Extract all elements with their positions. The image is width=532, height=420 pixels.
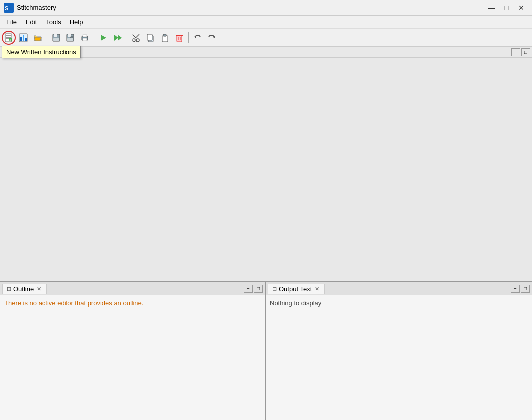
- app-icon: S: [4, 3, 14, 13]
- outline-panel: ⊞ Outline ✕ − □ There is no active edito…: [0, 282, 266, 420]
- output-tab-close[interactable]: ✕: [314, 286, 320, 292]
- menu-edit[interactable]: Edit: [21, 17, 41, 27]
- print-icon: [80, 33, 89, 42]
- svg-rect-11: [25, 38, 27, 41]
- new-written-instructions-button[interactable]: +: [2, 31, 16, 45]
- output-minimize-button[interactable]: −: [511, 285, 520, 293]
- outline-tab-bar: ⊞ Outline ✕ − □: [0, 282, 265, 295]
- open-button[interactable]: [31, 31, 45, 45]
- svg-point-25: [133, 39, 135, 42]
- menu-help[interactable]: Help: [66, 17, 88, 27]
- paste-icon: [160, 33, 169, 42]
- svg-text:S: S: [5, 5, 8, 11]
- save-as-icon: As: [66, 33, 75, 42]
- save-as-button[interactable]: As: [64, 31, 77, 45]
- undo-icon: [193, 33, 202, 42]
- output-tab[interactable]: ⊟ Output Text ✕: [268, 284, 325, 294]
- menu-bar: File Edit Tools Help: [0, 16, 532, 29]
- svg-rect-31: [162, 36, 168, 42]
- title-bar-controls: — □ ✕: [484, 2, 528, 13]
- save-button[interactable]: [49, 31, 63, 45]
- svg-rect-10: [23, 35, 24, 41]
- menu-tools[interactable]: Tools: [41, 17, 65, 27]
- svg-line-27: [133, 34, 136, 38]
- run-all-icon: [113, 33, 122, 42]
- copy-button[interactable]: [143, 31, 157, 45]
- svg-text:+: +: [10, 38, 12, 41]
- cut-icon: [132, 33, 140, 42]
- svg-marker-23: [114, 35, 118, 41]
- svg-line-28: [136, 34, 139, 38]
- new-chart-icon: [19, 33, 28, 42]
- svg-rect-13: [54, 34, 57, 37]
- main-maximize-button[interactable]: □: [521, 48, 530, 56]
- minimize-button[interactable]: —: [484, 2, 498, 13]
- new-chart-button[interactable]: [16, 31, 30, 45]
- outline-message: There is no active editor that provides …: [4, 299, 143, 307]
- svg-rect-32: [163, 34, 166, 36]
- main-content-area: [0, 58, 532, 281]
- svg-rect-30: [147, 34, 152, 40]
- outline-tab-label: Outline: [13, 285, 34, 293]
- svg-rect-9: [20, 37, 22, 41]
- separator-3: [127, 32, 127, 43]
- output-maximize-button[interactable]: □: [521, 285, 530, 293]
- svg-point-26: [136, 39, 139, 42]
- outline-tab-icon: ⊞: [7, 286, 11, 292]
- svg-rect-20: [83, 38, 87, 41]
- run-all-button[interactable]: [111, 31, 125, 45]
- paste-button[interactable]: [158, 31, 172, 45]
- redo-icon: [207, 33, 216, 42]
- outline-minimize-button[interactable]: −: [244, 285, 253, 293]
- run-button[interactable]: [96, 31, 110, 45]
- delete-icon: [175, 33, 184, 42]
- app-title: Stitchmastery: [17, 4, 56, 11]
- run-icon: [99, 33, 108, 42]
- save-icon: [52, 33, 61, 42]
- cut-button[interactable]: [129, 31, 143, 45]
- separator-4: [188, 32, 189, 43]
- outline-tab[interactable]: ⊞ Outline ✕: [2, 284, 47, 294]
- undo-button[interactable]: [191, 31, 204, 45]
- outline-tab-close[interactable]: ✕: [36, 286, 42, 292]
- svg-rect-33: [177, 36, 182, 42]
- svg-marker-24: [118, 35, 122, 41]
- svg-rect-34: [176, 35, 183, 36]
- output-panel: ⊟ Output Text ✕ − □ Nothing to display: [266, 282, 532, 420]
- svg-rect-21: [83, 35, 87, 37]
- bottom-panels: ⊞ Outline ✕ − □ There is no active edito…: [0, 281, 532, 420]
- print-button[interactable]: [78, 31, 92, 45]
- outline-content: There is no active editor that provides …: [0, 295, 265, 420]
- outline-tab-controls: − □: [244, 285, 263, 293]
- output-tab-label: Output Text: [279, 285, 312, 293]
- main-minimize-button[interactable]: −: [511, 48, 520, 56]
- main-area: − □: [0, 47, 532, 281]
- open-icon: [33, 33, 42, 42]
- title-bar: S Stitchmastery — □ ✕: [0, 0, 532, 16]
- output-tab-bar: ⊟ Output Text ✕ − □: [266, 282, 532, 295]
- svg-marker-22: [101, 35, 106, 41]
- maximize-button[interactable]: □: [499, 2, 513, 13]
- output-content: Nothing to display: [266, 295, 532, 420]
- output-tab-controls: − □: [511, 285, 530, 293]
- output-tab-icon: ⊟: [272, 286, 277, 292]
- copy-icon: [146, 33, 155, 42]
- tooltip-new-written-instructions: New Written Instructions: [2, 46, 81, 58]
- redo-button[interactable]: [205, 31, 219, 45]
- close-button[interactable]: ✕: [514, 2, 528, 13]
- outline-maximize-button[interactable]: □: [254, 285, 263, 293]
- menu-file[interactable]: File: [2, 17, 21, 27]
- delete-button[interactable]: [172, 31, 186, 45]
- svg-rect-14: [53, 38, 59, 41]
- output-message: Nothing to display: [270, 299, 321, 307]
- new-written-instructions-icon: +: [4, 33, 13, 42]
- svg-text:As: As: [70, 35, 73, 38]
- separator-1: [47, 32, 47, 43]
- svg-rect-17: [67, 38, 73, 41]
- toolbar: + As: [0, 29, 532, 47]
- separator-2: [94, 32, 94, 43]
